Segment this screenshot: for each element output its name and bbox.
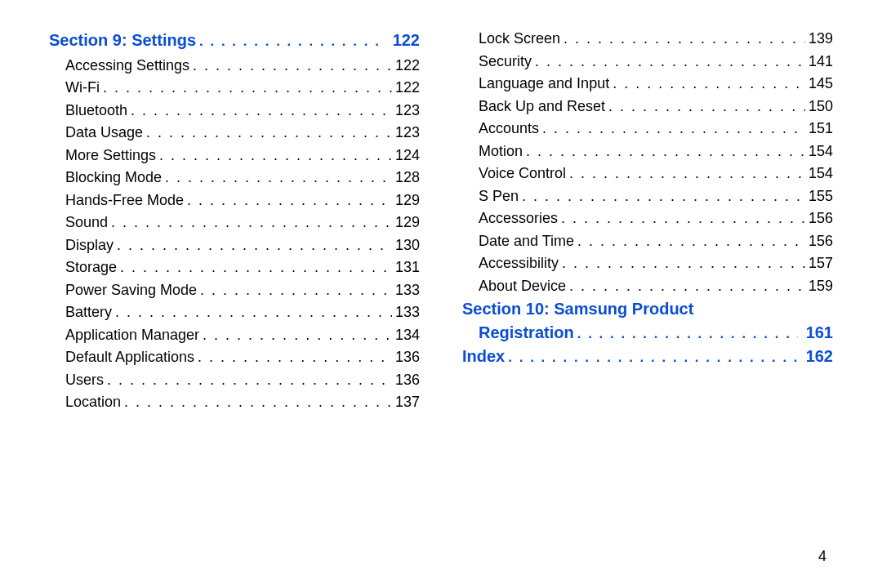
- toc-entry[interactable]: Lock Screen. . . . . . . . . . . . . . .…: [462, 31, 833, 46]
- toc-entry[interactable]: Accounts. . . . . . . . . . . . . . . . …: [462, 121, 833, 136]
- toc-entry-page: 122: [395, 80, 420, 95]
- leader-dots: . . . . . . . . . . . . . . . . . . . . …: [577, 326, 798, 342]
- leader-dots: . . . . . . . . . . . . . . . . . . . . …: [115, 305, 392, 319]
- column-right: Lock Screen. . . . . . . . . . . . . . .…: [462, 31, 833, 409]
- toc-entry[interactable]: Wi-Fi. . . . . . . . . . . . . . . . . .…: [49, 80, 420, 95]
- section-heading[interactable]: Section 10: Samsung ProductRegistration.…: [462, 300, 833, 342]
- toc-entry-label: Voice Control: [479, 166, 566, 180]
- leader-dots: . . . . . . . . . . . . . . . . . . . . …: [146, 125, 392, 140]
- toc-entry[interactable]: Voice Control. . . . . . . . . . . . . .…: [462, 166, 833, 180]
- toc-entry-page: 136: [395, 372, 420, 387]
- toc-entry[interactable]: Data Usage. . . . . . . . . . . . . . . …: [49, 125, 420, 140]
- toc-entry-label: Language and Input: [479, 76, 609, 91]
- toc-entry-page: 156: [808, 211, 833, 225]
- toc-entry[interactable]: More Settings. . . . . . . . . . . . . .…: [49, 148, 420, 163]
- leader-dots: . . . . . . . . . . . . . . . . . . . . …: [193, 58, 392, 73]
- section-heading-page: 122: [393, 31, 420, 50]
- toc-entry[interactable]: Battery. . . . . . . . . . . . . . . . .…: [49, 305, 420, 319]
- toc-entry-label: Hands-Free Mode: [65, 193, 184, 207]
- toc-entry-label: Battery: [65, 305, 112, 319]
- toc-entry-page: 131: [395, 260, 420, 274]
- toc-entry[interactable]: Security. . . . . . . . . . . . . . . . …: [462, 54, 833, 69]
- leader-dots: . . . . . . . . . . . . . . . . . . . . …: [577, 234, 805, 248]
- toc-entry-label: Accounts: [479, 121, 539, 136]
- toc-entry-page: 154: [808, 166, 833, 180]
- toc-entry-label: Data Usage: [65, 125, 143, 140]
- toc-entry[interactable]: Display. . . . . . . . . . . . . . . . .…: [49, 238, 420, 252]
- leader-dots: . . . . . . . . . . . . . . . . . . . . …: [131, 103, 392, 118]
- toc-entry-label: Accessing Settings: [65, 58, 189, 73]
- toc-entry[interactable]: Users. . . . . . . . . . . . . . . . . .…: [49, 372, 420, 387]
- toc-entry-label: More Settings: [65, 148, 156, 163]
- leader-dots: . . . . . . . . . . . . . . . . . . . . …: [120, 260, 392, 274]
- toc-entry-label: Lock Screen: [479, 31, 560, 46]
- toc-entry-label: Application Manager: [65, 327, 199, 342]
- toc-entry-page: 139: [808, 31, 833, 46]
- leader-dots: . . . . . . . . . . . . . . . . . . . . …: [562, 256, 805, 270]
- leader-dots: . . . . . . . . . . . . . . . . . . . . …: [103, 80, 392, 95]
- toc-entry[interactable]: Sound. . . . . . . . . . . . . . . . . .…: [49, 215, 420, 229]
- toc-entry[interactable]: About Device. . . . . . . . . . . . . . …: [462, 278, 833, 293]
- toc-entry-page: 129: [395, 215, 420, 229]
- toc-entry-page: 137: [395, 394, 420, 409]
- toc-entry[interactable]: Accessing Settings. . . . . . . . . . . …: [49, 58, 420, 73]
- toc-entry[interactable]: Application Manager. . . . . . . . . . .…: [49, 327, 420, 342]
- toc-entry-label: S Pen: [479, 189, 519, 203]
- leader-dots: . . . . . . . . . . . . . . . . . . . . …: [159, 148, 392, 163]
- toc-entry-page: 136: [395, 350, 420, 364]
- leader-dots: . . . . . . . . . . . . . . . . . . . . …: [561, 211, 805, 225]
- section-heading[interactable]: Index. . . . . . . . . . . . . . . . . .…: [462, 347, 833, 366]
- leader-dots: . . . . . . . . . . . . . . . . . . . . …: [200, 283, 392, 297]
- toc-entry[interactable]: Date and Time. . . . . . . . . . . . . .…: [462, 234, 833, 248]
- toc-entry[interactable]: Language and Input. . . . . . . . . . . …: [462, 76, 833, 91]
- toc-entry[interactable]: Hands-Free Mode. . . . . . . . . . . . .…: [49, 193, 420, 207]
- column-left: Section 9: Settings. . . . . . . . . . .…: [49, 31, 420, 409]
- toc-entry-page: 155: [808, 189, 833, 203]
- leader-dots: . . . . . . . . . . . . . . . . . . . . …: [107, 372, 392, 387]
- toc-entry[interactable]: Accessibility. . . . . . . . . . . . . .…: [462, 256, 833, 270]
- toc-entry[interactable]: S Pen. . . . . . . . . . . . . . . . . .…: [462, 189, 833, 203]
- leader-dots: . . . . . . . . . . . . . . . . . . . . …: [564, 31, 805, 46]
- toc-entry[interactable]: Accessories. . . . . . . . . . . . . . .…: [462, 211, 833, 225]
- leader-dots: . . . . . . . . . . . . . . . . . . . . …: [535, 54, 805, 69]
- toc-entry-label: Power Saving Mode: [65, 283, 197, 297]
- toc-entry[interactable]: Back Up and Reset. . . . . . . . . . . .…: [462, 99, 833, 114]
- toc-entry-label: Back Up and Reset: [479, 99, 605, 114]
- leader-dots: . . . . . . . . . . . . . . . . . . . . …: [612, 76, 805, 91]
- toc-entry-label: Security: [479, 54, 532, 69]
- toc-entry-label: Accessibility: [479, 256, 559, 270]
- page-number: 4: [818, 548, 826, 565]
- toc-entry[interactable]: Storage. . . . . . . . . . . . . . . . .…: [49, 260, 420, 274]
- leader-dots: . . . . . . . . . . . . . . . . . . . . …: [187, 193, 392, 207]
- toc-entry[interactable]: Default Applications. . . . . . . . . . …: [49, 350, 420, 364]
- toc-entry-page: 141: [808, 54, 833, 69]
- toc-entry-label: Users: [65, 372, 104, 387]
- toc-entry[interactable]: Location. . . . . . . . . . . . . . . . …: [49, 394, 420, 409]
- toc-page: Section 9: Settings. . . . . . . . . . .…: [0, 0, 882, 588]
- leader-dots: . . . . . . . . . . . . . . . . . . . . …: [198, 350, 392, 364]
- toc-entry-page: 133: [395, 283, 420, 297]
- toc-entry-page: 156: [808, 234, 833, 248]
- toc-entry-page: 130: [395, 238, 420, 252]
- toc-entry-page: 151: [808, 121, 833, 136]
- toc-entry[interactable]: Motion. . . . . . . . . . . . . . . . . …: [462, 144, 833, 158]
- section-heading-line2: Registration. . . . . . . . . . . . . . …: [462, 323, 833, 342]
- toc-entry-page: 123: [395, 103, 420, 118]
- toc-entry-page: 133: [395, 305, 420, 319]
- toc-entry-label: Display: [65, 238, 114, 252]
- columns: Section 9: Settings. . . . . . . . . . .…: [49, 31, 833, 409]
- toc-entry-label: Accessories: [479, 211, 558, 225]
- section-heading-line1: Section 10: Samsung Product: [462, 300, 833, 318]
- toc-entry-label: Blocking Mode: [65, 170, 162, 185]
- toc-entry-page: 134: [395, 327, 420, 342]
- toc-entry[interactable]: Bluetooth. . . . . . . . . . . . . . . .…: [49, 103, 420, 118]
- section-heading-label: Section 9: Settings: [49, 31, 196, 50]
- leader-dots: . . . . . . . . . . . . . . . . . . . . …: [608, 99, 805, 114]
- section-heading[interactable]: Section 9: Settings. . . . . . . . . . .…: [49, 31, 420, 50]
- toc-entry[interactable]: Blocking Mode. . . . . . . . . . . . . .…: [49, 170, 420, 185]
- toc-entry-page: 145: [808, 76, 833, 91]
- toc-entry-page: 159: [808, 278, 833, 293]
- toc-entry-page: 122: [395, 58, 420, 73]
- toc-entry[interactable]: Power Saving Mode. . . . . . . . . . . .…: [49, 283, 420, 297]
- toc-entry-label: Storage: [65, 260, 117, 274]
